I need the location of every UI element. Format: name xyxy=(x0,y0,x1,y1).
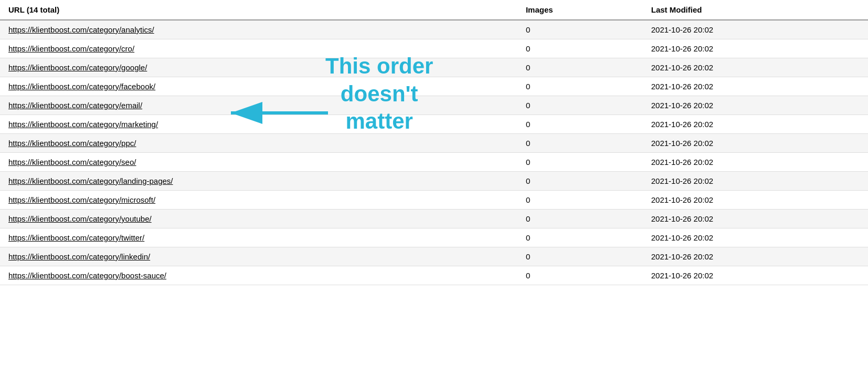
cell-url[interactable]: https://klientboost.com/category/ppc/ xyxy=(0,134,517,153)
cell-url[interactable]: https://klientboost.com/category/cro/ xyxy=(0,39,517,58)
cell-images: 0 xyxy=(517,20,643,39)
cell-images: 0 xyxy=(517,247,643,266)
url-link[interactable]: https://klientboost.com/category/twitter… xyxy=(8,233,144,242)
cell-url[interactable]: https://klientboost.com/category/faceboo… xyxy=(0,77,517,96)
url-link[interactable]: https://klientboost.com/category/cro/ xyxy=(8,44,134,53)
cell-modified: 2021-10-26 20:02 xyxy=(643,20,868,39)
cell-url[interactable]: https://klientboost.com/category/boost-s… xyxy=(0,266,517,285)
url-link[interactable]: https://klientboost.com/category/ppc/ xyxy=(8,139,136,148)
cell-modified: 2021-10-26 20:02 xyxy=(643,58,868,77)
url-link[interactable]: https://klientboost.com/category/landing… xyxy=(8,176,173,185)
cell-modified: 2021-10-26 20:02 xyxy=(643,210,868,228)
cell-images: 0 xyxy=(517,228,643,247)
cell-images: 0 xyxy=(517,210,643,228)
url-link[interactable]: https://klientboost.com/category/email/ xyxy=(8,101,142,110)
table-row: https://klientboost.com/category/landing… xyxy=(0,172,868,191)
url-link[interactable]: https://klientboost.com/category/google/ xyxy=(8,63,147,72)
table-row: https://klientboost.com/category/faceboo… xyxy=(0,77,868,96)
table-row: https://klientboost.com/category/seo/020… xyxy=(0,153,868,172)
cell-url[interactable]: https://klientboost.com/category/email/ xyxy=(0,96,517,115)
cell-images: 0 xyxy=(517,172,643,191)
cell-images: 0 xyxy=(517,77,643,96)
url-table: URL (14 total) Images Last Modified http… xyxy=(0,0,868,285)
cell-url[interactable]: https://klientboost.com/category/landing… xyxy=(0,172,517,191)
table-container: URL (14 total) Images Last Modified http… xyxy=(0,0,868,285)
url-link[interactable]: https://klientboost.com/category/youtube… xyxy=(8,214,152,223)
table-row: https://klientboost.com/category/ppc/020… xyxy=(0,134,868,153)
cell-url[interactable]: https://klientboost.com/category/twitter… xyxy=(0,228,517,247)
url-link[interactable]: https://klientboost.com/category/microso… xyxy=(8,195,155,204)
cell-images: 0 xyxy=(517,191,643,210)
header-modified: Last Modified xyxy=(643,0,868,20)
cell-images: 0 xyxy=(517,96,643,115)
table-row: https://klientboost.com/category/twitter… xyxy=(0,228,868,247)
cell-modified: 2021-10-26 20:02 xyxy=(643,228,868,247)
table-row: https://klientboost.com/category/analyti… xyxy=(0,20,868,39)
header-images: Images xyxy=(517,0,643,20)
url-link[interactable]: https://klientboost.com/category/seo/ xyxy=(8,158,136,166)
cell-images: 0 xyxy=(517,266,643,285)
cell-url[interactable]: https://klientboost.com/category/google/ xyxy=(0,58,517,77)
table-row: https://klientboost.com/category/email/0… xyxy=(0,96,868,115)
cell-url[interactable]: https://klientboost.com/category/youtube… xyxy=(0,210,517,228)
cell-images: 0 xyxy=(517,39,643,58)
table-row: https://klientboost.com/category/linkedi… xyxy=(0,247,868,266)
cell-modified: 2021-10-26 20:02 xyxy=(643,247,868,266)
cell-modified: 2021-10-26 20:02 xyxy=(643,77,868,96)
table-row: https://klientboost.com/category/cro/020… xyxy=(0,39,868,58)
url-link[interactable]: https://klientboost.com/category/linkedi… xyxy=(8,252,150,261)
table-row: https://klientboost.com/category/youtube… xyxy=(0,210,868,228)
cell-url[interactable]: https://klientboost.com/category/linkedi… xyxy=(0,247,517,266)
cell-modified: 2021-10-26 20:02 xyxy=(643,134,868,153)
cell-modified: 2021-10-26 20:02 xyxy=(643,191,868,210)
cell-url[interactable]: https://klientboost.com/category/analyti… xyxy=(0,20,517,39)
table-row: https://klientboost.com/category/boost-s… xyxy=(0,266,868,285)
url-link[interactable]: https://klientboost.com/category/faceboo… xyxy=(8,82,155,91)
table-header-row: URL (14 total) Images Last Modified xyxy=(0,0,868,20)
cell-images: 0 xyxy=(517,134,643,153)
url-link[interactable]: https://klientboost.com/category/boost-s… xyxy=(8,271,166,280)
cell-url[interactable]: https://klientboost.com/category/seo/ xyxy=(0,153,517,172)
cell-images: 0 xyxy=(517,115,643,134)
cell-url[interactable]: https://klientboost.com/category/marketi… xyxy=(0,115,517,134)
table-row: https://klientboost.com/category/marketi… xyxy=(0,115,868,134)
cell-images: 0 xyxy=(517,58,643,77)
cell-modified: 2021-10-26 20:02 xyxy=(643,153,868,172)
cell-modified: 2021-10-26 20:02 xyxy=(643,172,868,191)
cell-modified: 2021-10-26 20:02 xyxy=(643,96,868,115)
table-row: https://klientboost.com/category/google/… xyxy=(0,58,868,77)
cell-modified: 2021-10-26 20:02 xyxy=(643,266,868,285)
table-row: https://klientboost.com/category/microso… xyxy=(0,191,868,210)
cell-modified: 2021-10-26 20:02 xyxy=(643,115,868,134)
cell-images: 0 xyxy=(517,153,643,172)
header-url: URL (14 total) xyxy=(0,0,517,20)
url-link[interactable]: https://klientboost.com/category/analyti… xyxy=(8,25,154,34)
url-link[interactable]: https://klientboost.com/category/marketi… xyxy=(8,120,158,129)
cell-url[interactable]: https://klientboost.com/category/microso… xyxy=(0,191,517,210)
cell-modified: 2021-10-26 20:02 xyxy=(643,39,868,58)
